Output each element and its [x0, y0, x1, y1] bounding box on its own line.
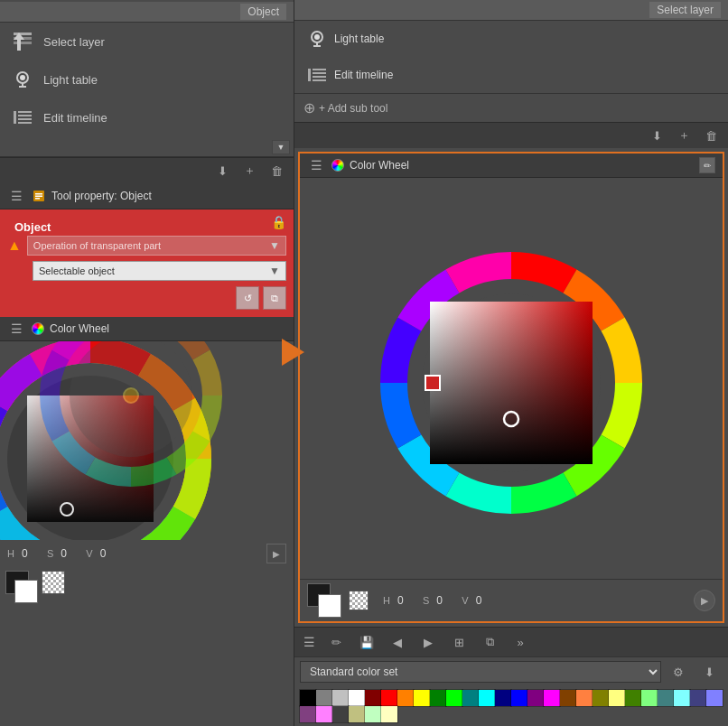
- palette-cell[interactable]: [349, 706, 365, 722]
- reset-btn[interactable]: ↺: [236, 286, 259, 310]
- svg-rect-28: [313, 72, 326, 74]
- prev-color-btn[interactable]: ◀: [384, 630, 411, 654]
- left-v-value: 0: [100, 547, 118, 560]
- left-color-wheel-svg: [0, 341, 271, 540]
- left-h-label: H: [7, 548, 14, 559]
- svg-rect-12: [18, 122, 32, 124]
- left-delete-btn[interactable]: 🗑: [265, 161, 288, 181]
- transparent-dropdown-icon: ▼: [269, 239, 280, 252]
- right-color-wheel-svg: [376, 238, 647, 518]
- right-tool-edit-timeline[interactable]: Edit timeline: [294, 57, 728, 93]
- palette-cell[interactable]: [658, 690, 674, 706]
- transparent-part-label: Operation of transparent part: [33, 240, 161, 251]
- palette-cell[interactable]: [316, 706, 332, 722]
- palette-cell[interactable]: [544, 690, 560, 706]
- palette-cell[interactable]: [576, 690, 593, 706]
- left-bg-swatch[interactable]: [14, 580, 38, 603]
- palette-cell[interactable]: [349, 690, 365, 706]
- right-bg-swatch[interactable]: [318, 594, 341, 618]
- left-color-circles: [0, 341, 294, 540]
- svg-rect-10: [18, 115, 32, 116]
- palette-cell[interactable]: [625, 690, 641, 706]
- svg-rect-14: [35, 193, 42, 195]
- color-set-download-btn[interactable]: ⬇: [695, 660, 723, 684]
- color-palette: [294, 686, 728, 726]
- tool-property-content: Object 🔒 ▲ Operation of transparent part…: [0, 209, 294, 317]
- palette-cell[interactable]: [641, 690, 658, 706]
- palette-cell[interactable]: [690, 690, 706, 706]
- right-tool-light-table[interactable]: Light table: [294, 21, 728, 57]
- right-download-btn[interactable]: ⬇: [645, 126, 668, 145]
- right-cw-menu-icon[interactable]: ☰: [307, 156, 326, 174]
- left-v-label: V: [86, 548, 92, 559]
- left-download-btn[interactable]: ⬇: [210, 161, 234, 181]
- left-play-btn[interactable]: ▶: [266, 544, 286, 563]
- right-transparent-swatch[interactable]: [349, 591, 369, 610]
- tool-property-icon: [32, 189, 46, 203]
- svg-rect-30: [313, 79, 326, 81]
- left-tool-list: Object Select layer: [0, 0, 294, 138]
- palette-cell[interactable]: [560, 690, 576, 706]
- duplicate-btn[interactable]: ⧉: [476, 630, 503, 654]
- left-cw-menu-icon[interactable]: ☰: [7, 320, 26, 338]
- palette-cell[interactable]: [511, 690, 527, 706]
- palette-cell[interactable]: [495, 690, 511, 706]
- left-tool-light-table[interactable]: Light table: [0, 60, 294, 98]
- palette-cell[interactable]: [316, 690, 332, 706]
- palette-cell[interactable]: [609, 690, 625, 706]
- palette-cell[interactable]: [332, 690, 349, 706]
- left-tool-select-layer[interactable]: Select layer: [0, 23, 294, 60]
- color-set-select[interactable]: Standard color set Skin tones Greens: [300, 661, 661, 683]
- palette-cell[interactable]: [332, 706, 349, 722]
- palette-cell[interactable]: [430, 690, 446, 706]
- copy-btn[interactable]: ⧉: [263, 286, 286, 310]
- right-light-table-icon: [303, 25, 331, 52]
- selectable-object-label: Selectable object: [39, 265, 115, 276]
- right-cw-edit-btn[interactable]: ✏: [699, 157, 715, 173]
- left-s-value: 0: [61, 547, 79, 560]
- palette-cell[interactable]: [365, 690, 381, 706]
- palette-cell[interactable]: [414, 690, 430, 706]
- object-tab[interactable]: Object: [240, 4, 286, 20]
- right-cw-title: Color Wheel: [350, 159, 409, 172]
- light-table-icon: [9, 66, 36, 93]
- next-color-btn[interactable]: ▶: [415, 630, 442, 654]
- add-sub-tool-btn[interactable]: ⊕ + Add sub tool: [294, 93, 728, 122]
- color-set-settings-btn[interactable]: ⚙: [665, 660, 692, 684]
- right-add-btn[interactable]: ＋: [672, 126, 695, 145]
- right-tool-list: Select layer Light table: [294, 0, 728, 93]
- dropdown-toggle[interactable]: ▼: [272, 140, 290, 154]
- palette-cell[interactable]: [365, 706, 381, 722]
- right-delete-btn[interactable]: 🗑: [699, 126, 723, 145]
- palette-cell[interactable]: [706, 690, 723, 706]
- color-set-row: Standard color set Skin tones Greens ⚙ ⬇: [294, 656, 728, 686]
- right-play-btn[interactable]: ▶: [694, 590, 715, 611]
- right-toolbar-menu-icon[interactable]: ☰: [300, 633, 319, 651]
- palette-cell[interactable]: [300, 690, 316, 706]
- palette-cell[interactable]: [381, 690, 397, 706]
- menu-icon[interactable]: ☰: [7, 187, 26, 205]
- arrow-right-icon: [282, 339, 304, 366]
- save-color-btn[interactable]: 💾: [353, 630, 380, 654]
- left-cw-title: Color Wheel: [50, 322, 109, 335]
- transition-arrow: [282, 339, 309, 366]
- right-s-label: S: [423, 595, 429, 606]
- palette-cell[interactable]: [446, 690, 462, 706]
- palette-cell[interactable]: [479, 690, 495, 706]
- pencil-tool-btn[interactable]: ✏: [322, 630, 350, 654]
- palette-cell[interactable]: [397, 690, 414, 706]
- right-object-tab[interactable]: Select layer: [649, 2, 721, 18]
- left-transparent-swatch[interactable]: [42, 571, 65, 594]
- left-hsv-display: H 0 S 0 V 0 ▶: [0, 540, 294, 567]
- palette-cell[interactable]: [381, 706, 397, 722]
- left-tool-edit-timeline[interactable]: Edit timeline: [0, 98, 294, 136]
- left-add-btn[interactable]: ＋: [238, 161, 261, 181]
- palette-cell[interactable]: [300, 706, 316, 722]
- palette-cell[interactable]: [593, 690, 609, 706]
- more-options-btn[interactable]: »: [507, 630, 534, 654]
- palette-cell[interactable]: [462, 690, 479, 706]
- palette-cell[interactable]: [674, 690, 690, 706]
- grid-view-btn[interactable]: ⊞: [445, 630, 472, 654]
- palette-cell[interactable]: [527, 690, 544, 706]
- right-h-label: H: [383, 595, 390, 606]
